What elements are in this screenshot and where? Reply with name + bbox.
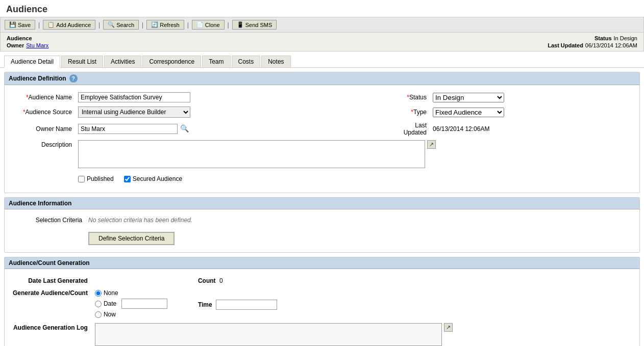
count-label: Count — [198, 277, 216, 284]
generate-label: Generate Audience/Count — [13, 289, 88, 297]
clone-icon: 📄 — [196, 21, 204, 28]
radio-none[interactable] — [95, 290, 102, 297]
audience-count-header: Audience/Count Generation — [5, 257, 639, 269]
add-icon: 📋 — [47, 21, 55, 28]
audience-definition-header: Audience Definition ? — [5, 72, 639, 85]
audience-information-section: Audience Information Selection Criteria … — [4, 197, 640, 253]
define-selection-criteria-button[interactable]: Define Selection Criteria — [88, 232, 175, 245]
secured-audience-checkbox[interactable] — [124, 176, 131, 182]
expand-description-icon[interactable]: ↗ — [427, 140, 436, 149]
owner-name-label: Owner Name — [36, 125, 72, 132]
count-value: 0 — [219, 277, 223, 284]
log-textarea[interactable] — [95, 323, 442, 346]
audience-information-header: Audience Information — [5, 198, 639, 209]
sms-icon: 📱 — [237, 21, 244, 28]
send-sms-button[interactable]: 📱 Send SMS — [232, 20, 277, 30]
checkbox-row: Published Secured Audience — [78, 172, 632, 185]
time-label: Time — [198, 301, 212, 308]
status-label: Status — [595, 35, 612, 41]
search-icon: 🔍 — [108, 21, 115, 28]
published-checkbox[interactable] — [78, 176, 85, 182]
tab-correspondence[interactable]: Correspondence — [142, 56, 201, 67]
status-select[interactable]: In Design Active Completed Cancelled — [433, 93, 504, 102]
tab-activities[interactable]: Activities — [104, 56, 141, 67]
last-updated-field-label: Last Updated — [404, 122, 427, 136]
owner-label: Owner — [7, 42, 24, 48]
audience-name-label: *Audience Name — [26, 94, 72, 101]
date-label: Date — [104, 300, 116, 307]
description-input[interactable] — [78, 140, 425, 168]
date-input[interactable] — [121, 299, 167, 309]
audience-name-input[interactable] — [78, 92, 190, 102]
last-updated-field-value: 06/13/2014 12:06AM — [433, 125, 489, 132]
tab-audience-detail[interactable]: Audience Detail — [4, 56, 60, 68]
radio-date[interactable] — [95, 301, 102, 307]
status-value: In Design — [614, 35, 637, 41]
none-label: None — [104, 289, 118, 297]
add-audience-button[interactable]: 📋 Add Audience — [43, 20, 95, 30]
toolbar: 💾 Save | 📋 Add Audience | 🔍 Search | 🔄 R… — [0, 17, 644, 33]
no-criteria-text: No selection criteria has been defined. — [88, 217, 192, 224]
published-label: Published — [87, 175, 114, 182]
save-icon: 💾 — [9, 21, 16, 28]
audience-definition-section: Audience Definition ? *Audience Name *St… — [4, 72, 640, 193]
info-bar: Audience Owner Stu Marx Status In Design… — [0, 33, 644, 51]
owner-search-icon[interactable]: 🔍 — [180, 124, 189, 132]
clone-button[interactable]: 📄 Clone — [192, 20, 225, 30]
tab-team[interactable]: Team — [202, 56, 230, 67]
help-icon[interactable]: ? — [69, 74, 78, 83]
refresh-icon: 🔄 — [151, 21, 158, 28]
audience-label: Audience — [7, 35, 32, 41]
date-last-generated-label: Date Last Generated — [28, 277, 88, 284]
refresh-button[interactable]: 🔄 Refresh — [146, 20, 184, 30]
radio-now[interactable] — [95, 311, 102, 318]
expand-log-icon[interactable]: ↗ — [444, 323, 453, 332]
now-label: Now — [104, 311, 116, 318]
audience-count-body: Date Last Generated Count 0 Generate Aud… — [5, 269, 639, 346]
owner-value[interactable]: Stu Marx — [26, 42, 48, 48]
last-updated-value: 06/13/2014 12:06AM — [585, 42, 637, 48]
audience-definition-body: *Audience Name *Status In Design Active … — [5, 85, 639, 193]
info-bar-right: Status In Design Last Updated 06/13/2014… — [548, 35, 637, 48]
log-label: Audience Generation Log — [13, 324, 88, 331]
secured-audience-label: Secured Audience — [133, 175, 182, 182]
tab-costs[interactable]: Costs — [232, 56, 261, 67]
search-button[interactable]: 🔍 Search — [103, 20, 139, 30]
time-input[interactable] — [216, 300, 277, 310]
audience-source-select[interactable]: Internal using Audience Builder External… — [78, 107, 190, 118]
last-updated-label: Last Updated — [548, 42, 583, 48]
audience-count-section: Audience/Count Generation Date Last Gene… — [4, 257, 640, 346]
type-field-label: *Type — [411, 109, 427, 116]
info-bar-left: Audience Owner Stu Marx — [7, 35, 48, 48]
selection-criteria-label: Selection Criteria — [36, 217, 82, 224]
status-field-label: *Status — [407, 94, 427, 101]
audience-source-label: *Audience Source — [23, 109, 72, 116]
page-title: Audience — [0, 0, 644, 17]
generate-radio-group: None Date Now — [95, 289, 191, 318]
tabs-bar: Audience Detail Result List Activities C… — [0, 56, 644, 68]
owner-name-input[interactable] — [78, 124, 178, 134]
save-button[interactable]: 💾 Save — [5, 20, 35, 30]
tab-notes[interactable]: Notes — [261, 56, 290, 67]
description-label: Description — [41, 141, 72, 148]
audience-information-body: Selection Criteria No selection criteria… — [5, 209, 639, 252]
tab-result-list[interactable]: Result List — [61, 56, 103, 67]
type-select[interactable]: Fixed Audience Dynamic Audience — [433, 108, 504, 117]
